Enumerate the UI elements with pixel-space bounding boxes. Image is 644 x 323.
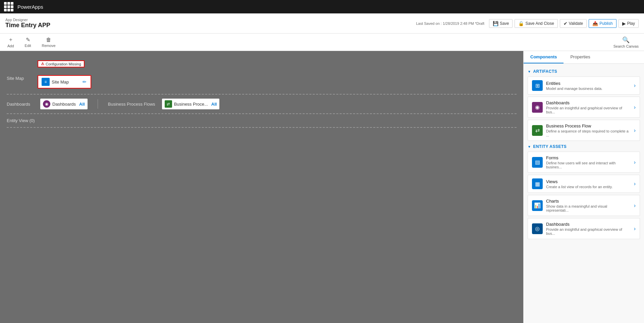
dashboards-icon: ◉ (43, 100, 50, 108)
search-canvas-area[interactable]: 🔍 Search Canvas (613, 36, 639, 48)
dashboards-entity-icon: ◎ (532, 223, 543, 234)
bpf-artifact-name: Business Process Flow (546, 123, 631, 128)
charts-text: Charts Show data in a meaningful and vis… (546, 199, 631, 212)
canvas-scroll: Site Map ⚠ Configuration Missing ≡ Site … (0, 51, 523, 323)
views-text: Views Create a list view of records for … (546, 179, 631, 189)
bpf-artifact-arrow-icon: › (634, 127, 636, 133)
artifacts-header-label: ARTIFACTS (533, 69, 557, 74)
bpf-section-label: Business Process Flows (108, 102, 155, 107)
publish-icon: 📤 (592, 21, 598, 26)
tab-components[interactable]: Components (524, 51, 564, 63)
publish-button[interactable]: 📤 Publish (589, 19, 616, 28)
dashboards-all: All (79, 102, 85, 107)
entities-desc: Model and manage business data. (546, 87, 631, 91)
bpf-name: Business Proce... (174, 102, 208, 107)
bpf-artifact-icon: ⇄ (532, 125, 543, 136)
dashboards-card[interactable]: ◉ Dashboards All (40, 99, 88, 109)
vertical-separator (98, 99, 98, 109)
save-close-icon: 🔒 (518, 21, 524, 26)
config-missing-label: ⚠ Configuration Missing (38, 60, 85, 67)
site-map-name: Site Map (52, 79, 80, 85)
component-entities[interactable]: ⊞ Entities Model and manage business dat… (528, 76, 640, 95)
entity-assets-chevron-icon: ▼ (528, 145, 531, 149)
bpf-artifact-desc: Define a sequence of steps required to c… (546, 129, 631, 137)
dashed-separator-1 (7, 94, 517, 95)
dashboards-artifact-icon: ◉ (532, 102, 543, 113)
edit-toolbar-button[interactable]: ✎ Edit (23, 36, 33, 48)
bpf-card[interactable]: ⇄ Business Proce... All (162, 99, 220, 109)
forms-icon: ▤ (532, 157, 543, 168)
save-icon: 💾 (493, 21, 498, 26)
validate-button[interactable]: ✔ Validate (560, 19, 587, 28)
app-name-title: Time Entry APP (5, 22, 50, 29)
panel-content: ▼ ARTIFACTS ⊞ Entities Model and manage … (524, 64, 644, 245)
sitemap-icon: ≡ (42, 78, 50, 86)
last-saved-text: Last Saved on : 1/28/2019 2:48 PM *Draft (416, 21, 484, 25)
component-charts[interactable]: 📊 Charts Show data in a meaningful and v… (528, 195, 640, 216)
config-warning-icon: ⚠ (41, 62, 44, 66)
charts-icon: 📊 (532, 200, 543, 211)
dashboards-bpf-row: Dashboards ◉ Dashboards All Business Pro… (7, 99, 517, 109)
toolbar: ＋ Add ✎ Edit 🗑 Remove 🔍 Search Canvas (0, 34, 644, 51)
top-bar: PowerApps (0, 0, 644, 13)
save-and-close-button[interactable]: 🔒 Save And Close (515, 19, 557, 28)
edit-icon: ✎ (26, 37, 30, 43)
toolbar-left: ＋ Add ✎ Edit 🗑 Remove (5, 36, 58, 49)
forms-text: Forms Define how users will see and inte… (546, 155, 631, 169)
charts-name: Charts (546, 199, 631, 204)
site-map-wrapper: ⚠ Configuration Missing ≡ Site Map ✏ (38, 68, 91, 89)
app-designer-label: App Designer (5, 18, 50, 22)
entities-arrow-icon: › (634, 83, 636, 89)
component-bpf-artifact[interactable]: ⇄ Business Process Flow Define a sequenc… (528, 120, 640, 141)
remove-icon: 🗑 (46, 37, 51, 43)
site-map-edit-button[interactable]: ✏ (82, 78, 87, 85)
forms-desc: Define how users will see and interact w… (546, 161, 631, 169)
dashed-separator-3 (7, 127, 517, 128)
main-layout: Site Map ⚠ Configuration Missing ≡ Site … (0, 51, 644, 323)
views-name: Views (546, 179, 631, 184)
add-toolbar-button[interactable]: ＋ Add (5, 36, 16, 49)
app-brand-title: PowerApps (17, 4, 43, 10)
dashboards-entity-name: Dashboards (546, 222, 631, 227)
entity-view-row: Entity View (0) (7, 118, 517, 123)
play-icon: ▶ (622, 21, 626, 26)
remove-toolbar-button[interactable]: 🗑 Remove (40, 36, 58, 48)
views-icon: ▦ (532, 178, 543, 189)
dashed-separator-2 (7, 113, 517, 114)
entity-assets-section-header[interactable]: ▼ ENTITY ASSETS (528, 144, 640, 149)
add-icon: ＋ (8, 36, 13, 43)
artifacts-section-header[interactable]: ▼ ARTIFACTS (528, 69, 640, 74)
entity-view-label: Entity View (0) (7, 118, 35, 123)
dashboards-section-label: Dashboards (7, 102, 34, 107)
site-map-row-label: Site Map (7, 76, 34, 81)
views-arrow-icon: › (634, 181, 636, 187)
component-forms[interactable]: ▤ Forms Define how users will see and in… (528, 152, 640, 173)
dashboards-name: Dashboards (52, 102, 76, 107)
tab-properties[interactable]: Properties (564, 51, 597, 63)
app-header-left: App Designer Time Entry APP (5, 18, 50, 29)
forms-name: Forms (546, 155, 631, 160)
site-map-card[interactable]: ≡ Site Map ✏ (38, 75, 91, 89)
component-dashboards-artifact[interactable]: ◉ Dashboards Provide an insightful and g… (528, 97, 640, 118)
forms-arrow-icon: › (634, 159, 636, 165)
site-map-row: Site Map ⚠ Configuration Missing ≡ Site … (7, 68, 517, 89)
bpf-all: All (211, 102, 217, 107)
dashboards-artifact-text: Dashboards Provide an insightful and gra… (546, 100, 631, 114)
component-views[interactable]: ▦ Views Create a list view of records fo… (528, 175, 640, 193)
entity-assets-header-label: ENTITY ASSETS (533, 144, 567, 149)
artifacts-chevron-icon: ▼ (528, 70, 531, 73)
charts-desc: Show data in a meaningful and visual rep… (546, 204, 631, 212)
waffle-menu[interactable] (4, 2, 13, 11)
component-dashboards-entity[interactable]: ◎ Dashboards Provide an insightful and g… (528, 218, 640, 239)
save-button[interactable]: 💾 Save (489, 19, 513, 28)
app-header-right: Last Saved on : 1/28/2019 2:48 PM *Draft… (416, 19, 639, 28)
play-button[interactable]: ▶ Play (619, 19, 639, 28)
dashboards-artifact-arrow-icon: › (634, 104, 636, 110)
dashboards-artifact-name: Dashboards (546, 100, 631, 105)
views-desc: Create a list view of records for an ent… (546, 185, 631, 189)
app-header: App Designer Time Entry APP Last Saved o… (0, 13, 644, 34)
dashboards-entity-text: Dashboards Provide an insightful and gra… (546, 222, 631, 235)
search-icon: 🔍 (622, 36, 630, 44)
dashboards-artifact-desc: Provide an insightful and graphical over… (546, 106, 631, 114)
bpf-icon: ⇄ (165, 100, 172, 108)
